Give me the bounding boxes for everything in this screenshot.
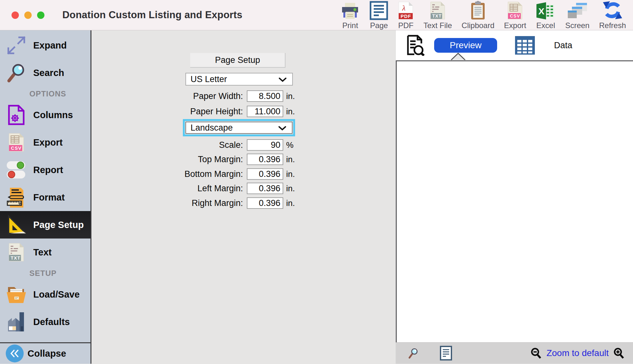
field-unit: % bbox=[286, 140, 293, 150]
sidebar-item-label: Search bbox=[33, 68, 64, 78]
field-row-top-margin: Top Margin: in. bbox=[91, 153, 315, 165]
magnifier-icon[interactable] bbox=[408, 347, 419, 359]
field-unit: in. bbox=[286, 155, 295, 164]
sidebar-item-label: Format bbox=[33, 192, 65, 203]
orientation-value: Landscape bbox=[191, 123, 233, 133]
window-title: Donation Custom Listing and Exports bbox=[62, 9, 242, 21]
collapse-chevrons-icon bbox=[6, 345, 24, 362]
preview-tab-bar: Preview Data bbox=[396, 30, 633, 60]
refresh-icon bbox=[602, 0, 623, 20]
paper-size-value: US Letter bbox=[191, 74, 227, 84]
pdf-file-icon: λPDF bbox=[398, 0, 414, 20]
preview-footer-bar: Zoom to default bbox=[396, 342, 633, 364]
sidebar-item-export[interactable]: CSV Export bbox=[0, 129, 90, 156]
field-row-paper-height: Paper Height: in. bbox=[91, 105, 315, 118]
print-button[interactable]: Print bbox=[340, 0, 360, 30]
sidebar-item-label: Page Setup bbox=[33, 220, 84, 230]
export-csv-button[interactable]: CSV Export bbox=[504, 0, 526, 30]
top-margin-input[interactable] bbox=[247, 154, 283, 165]
csv-file-icon: CSV bbox=[3, 132, 29, 153]
excel-icon: X bbox=[536, 0, 556, 20]
right-margin-input[interactable] bbox=[247, 197, 283, 209]
active-tab-caret bbox=[451, 52, 465, 61]
paper-size-select[interactable]: US Letter bbox=[185, 73, 293, 86]
zoom-in-icon[interactable] bbox=[613, 347, 625, 359]
screen-button[interactable]: Screen bbox=[565, 0, 590, 30]
sidebar-item-search[interactable]: Search bbox=[0, 59, 90, 87]
form-section-title: Page Setup bbox=[190, 53, 285, 68]
scale-input[interactable] bbox=[247, 139, 283, 151]
zoom-out-icon[interactable] bbox=[530, 347, 542, 359]
tab-data[interactable]: Data bbox=[554, 41, 572, 50]
paper-width-input[interactable] bbox=[247, 90, 283, 102]
paper-height-input[interactable] bbox=[247, 106, 283, 117]
svg-text:λ: λ bbox=[402, 4, 405, 12]
field-label: Scale: bbox=[91, 140, 243, 150]
field-unit: in. bbox=[286, 169, 295, 179]
printer-icon bbox=[340, 0, 360, 20]
orientation-select[interactable]: Landscape bbox=[185, 122, 293, 134]
excel-x-text: X bbox=[538, 6, 544, 16]
field-row-left-margin: Left Margin: in. bbox=[91, 182, 315, 194]
sidebar-item-collapse[interactable]: Collapse bbox=[0, 343, 90, 364]
toolbar-label: Clipboard bbox=[462, 21, 495, 30]
pdf-button[interactable]: λPDF PDF bbox=[398, 0, 414, 30]
document-lines-icon[interactable] bbox=[440, 346, 452, 360]
field-unit: in. bbox=[286, 91, 295, 101]
columns-document-gear-icon bbox=[3, 105, 29, 125]
preview-panel: Preview Data Zoom to default bbox=[395, 30, 633, 364]
preview-canvas[interactable] bbox=[396, 60, 633, 342]
factory-icon bbox=[3, 312, 29, 332]
txt-badge-text: TXT bbox=[432, 13, 442, 19]
toolbar-label: Page bbox=[370, 21, 388, 30]
search-icon bbox=[3, 63, 29, 83]
txt-file-icon: TXT bbox=[430, 0, 446, 20]
close-window-button[interactable] bbox=[12, 11, 19, 19]
zoom-to-default-link[interactable]: Zoom to default bbox=[546, 348, 609, 358]
minimize-window-button[interactable] bbox=[24, 11, 32, 19]
sidebar-item-label: Text bbox=[33, 247, 51, 258]
clipboard-icon bbox=[470, 0, 486, 20]
window-controls bbox=[12, 11, 44, 19]
zoom-controls: Zoom to default bbox=[530, 347, 625, 359]
field-label: Paper Height: bbox=[91, 107, 243, 117]
tab-preview[interactable]: Preview bbox=[434, 38, 497, 53]
sidebar-item-label: Columns bbox=[33, 110, 73, 120]
txt-file-icon: TXT bbox=[3, 242, 29, 262]
excel-button[interactable]: X Excel bbox=[536, 0, 556, 30]
expand-arrows-icon bbox=[3, 35, 29, 56]
set-square-icon bbox=[3, 215, 29, 235]
sidebar-item-defaults[interactable]: Defaults bbox=[0, 308, 90, 336]
sidebar-item-report[interactable]: Report bbox=[0, 156, 90, 184]
clipboard-button[interactable]: Clipboard bbox=[462, 0, 495, 30]
sidebar-item-expand[interactable]: Expand bbox=[0, 32, 90, 59]
toolbar-label: Print bbox=[342, 21, 358, 30]
refresh-button[interactable]: Refresh bbox=[599, 0, 626, 30]
print-preview-icon[interactable] bbox=[406, 35, 425, 56]
sidebar-item-label: Load/Save bbox=[33, 289, 80, 300]
csv-file-icon: CSV bbox=[507, 0, 523, 20]
page-button[interactable]: Page bbox=[370, 0, 388, 30]
sidebar: Expand Search OPTIONS Columns CSV Export bbox=[0, 30, 91, 364]
sidebar-item-label: Export bbox=[33, 137, 63, 148]
field-row-scale: Scale: % bbox=[91, 139, 315, 151]
sidebar-item-load-save[interactable]: Load/Save bbox=[0, 281, 90, 308]
sidebar-item-format[interactable]: Format bbox=[0, 184, 90, 211]
text-file-button[interactable]: TXT Text File bbox=[423, 0, 452, 30]
left-margin-input[interactable] bbox=[247, 183, 283, 194]
sidebar-item-page-setup[interactable]: Page Setup bbox=[0, 211, 90, 239]
bottom-margin-input[interactable] bbox=[247, 168, 283, 180]
screen-windows-icon bbox=[567, 0, 588, 20]
field-label: Left Margin: bbox=[91, 184, 243, 193]
field-label: Right Margin: bbox=[91, 198, 243, 208]
data-table-icon[interactable] bbox=[515, 36, 535, 55]
toolbar: Print Page λPDF PDF TXT Text File Clipbo… bbox=[340, 0, 626, 30]
zoom-window-button[interactable] bbox=[37, 11, 44, 19]
toolbar-label: Text File bbox=[423, 21, 452, 30]
field-label: Bottom Margin: bbox=[91, 169, 243, 179]
field-row-bottom-margin: Bottom Margin: in. bbox=[91, 168, 315, 180]
orientation-highlight-ring: Landscape bbox=[183, 119, 295, 136]
toolbar-label: Screen bbox=[565, 21, 590, 30]
sidebar-item-columns[interactable]: Columns bbox=[0, 101, 90, 129]
sidebar-item-text[interactable]: TXT Text bbox=[0, 239, 90, 266]
